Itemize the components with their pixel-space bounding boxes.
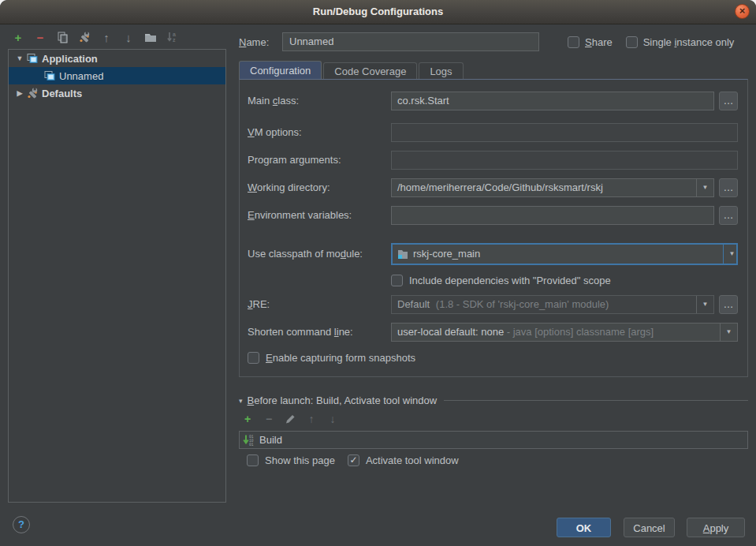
environment-variables-input[interactable]: [391, 206, 714, 225]
remove-configuration-button[interactable]: −: [34, 31, 47, 43]
move-up-button[interactable]: ↑: [100, 31, 113, 43]
before-launch-options: Show this page Activate tool window: [247, 454, 459, 466]
help-button[interactable]: ?: [13, 516, 30, 533]
before-launch-header[interactable]: ▾ Before launch: Build, Activate tool wi…: [239, 395, 748, 406]
create-folder-button[interactable]: [144, 31, 157, 43]
name-input[interactable]: Unnamed: [282, 32, 539, 51]
move-down-icon: ↓: [125, 31, 132, 44]
close-button[interactable]: ×: [735, 4, 750, 19]
jre-value: Default: [397, 298, 430, 310]
enable-capturing-option: Enable capturing form snapshots: [248, 351, 415, 364]
move-task-down-button[interactable]: ↓: [327, 413, 338, 424]
single-instance-label: Single instance only: [643, 36, 735, 48]
dropdown-arrow-icon[interactable]: ▼: [696, 296, 713, 313]
dropdown-arrow-icon[interactable]: ▼: [696, 179, 713, 196]
jre-browse-button[interactable]: …: [719, 295, 738, 314]
separator-line: [444, 400, 748, 401]
tree-item-application[interactable]: ▼ Application: [9, 50, 225, 67]
move-up-icon: ↑: [103, 31, 110, 44]
single-instance-checkbox[interactable]: [626, 36, 638, 48]
copy-configuration-button[interactable]: [56, 31, 69, 43]
program-arguments-label: Program arguments:: [248, 151, 341, 170]
add-icon: +: [244, 413, 251, 425]
tree-item-defaults[interactable]: ▶ Defaults: [9, 84, 225, 102]
show-this-page-label: Show this page: [265, 454, 335, 466]
compile-icon: 01 10 01: [243, 434, 255, 447]
remove-task-button[interactable]: −: [263, 413, 274, 424]
activate-tool-window-label: Activate tool window: [366, 454, 459, 466]
help-icon: ?: [18, 518, 24, 530]
share-label: Share: [585, 36, 613, 48]
shorten-value: user-local default: none: [397, 326, 504, 338]
edit-defaults-button[interactable]: [78, 31, 91, 43]
remove-icon: −: [37, 31, 44, 44]
vm-options-input[interactable]: [391, 123, 738, 142]
collapse-icon[interactable]: ▾: [239, 397, 243, 405]
wrench-icon: [78, 31, 91, 43]
share-option: Share: [568, 36, 613, 48]
application-icon: [26, 52, 39, 65]
move-up-icon: ↑: [309, 413, 315, 425]
shorten-value-detail: - java [options] classname [args]: [507, 326, 654, 338]
shorten-command-line-combobox[interactable]: user-local default: none - java [options…: [391, 323, 738, 342]
use-classpath-combobox[interactable]: rskj-core_main ▼: [391, 243, 738, 265]
jre-row: JRE: Default (1.8 - SDK of 'rskj-core_ma…: [240, 295, 747, 314]
cancel-button[interactable]: Cancel: [624, 518, 675, 537]
ok-button[interactable]: OK: [557, 518, 611, 537]
dropdown-arrow-icon[interactable]: ▼: [723, 245, 738, 264]
environment-variables-label: Environment variables:: [248, 206, 352, 225]
enable-capturing-label: Enable capturing form snapshots: [266, 352, 415, 364]
dropdown-arrow-icon[interactable]: ▼: [720, 323, 737, 341]
program-arguments-input[interactable]: [391, 151, 738, 170]
more-icon: …: [724, 181, 734, 193]
single-instance-option: Single instance only: [626, 36, 735, 48]
main-class-input[interactable]: co.rsk.Start: [391, 92, 714, 110]
edit-task-button[interactable]: [285, 413, 296, 424]
show-this-page-checkbox[interactable]: [247, 454, 259, 466]
working-directory-browse-button[interactable]: …: [719, 178, 738, 197]
tree-expanded-icon[interactable]: ▼: [13, 54, 26, 62]
working-directory-combobox[interactable]: /home/meriherrera/Code/Github/rsksmart/r…: [391, 178, 714, 197]
include-provided-checkbox[interactable]: [391, 275, 403, 286]
main-class-label: Main class:: [248, 92, 299, 110]
tab-logs[interactable]: Logs: [419, 62, 463, 80]
tab-configuration[interactable]: Configuration: [239, 61, 322, 80]
dialog-title: Run/Debug Configurations: [0, 0, 756, 24]
vm-options-label: VM options:: [248, 123, 302, 142]
tree-item-label: Defaults: [42, 88, 82, 99]
use-classpath-row: Use classpath of module: rskj-core_main …: [240, 243, 747, 265]
close-icon: ×: [739, 5, 746, 17]
add-configuration-button[interactable]: +: [12, 31, 24, 43]
configuration-panel: Main class: co.rsk.Start … VM options: P…: [239, 79, 748, 377]
remove-icon: −: [266, 413, 272, 425]
tree-collapsed-icon[interactable]: ▶: [13, 89, 26, 97]
tab-code-coverage[interactable]: Code Coverage: [323, 62, 417, 80]
before-launch-toolbar: + − ↑ ↓: [242, 413, 338, 424]
move-down-icon: ↓: [330, 413, 336, 425]
pencil-icon: [285, 413, 296, 424]
name-row: Name: Unnamed Share Single instance only: [239, 32, 734, 52]
vm-options-row: VM options:: [240, 123, 747, 142]
tree-item-unnamed[interactable]: Unnamed: [9, 67, 225, 84]
use-classpath-label: Use classpath of module:: [248, 243, 363, 265]
jre-combobox[interactable]: Default (1.8 - SDK of 'rskj-core_main' m…: [391, 295, 714, 314]
add-task-button[interactable]: +: [242, 413, 253, 424]
move-down-button[interactable]: ↓: [122, 31, 135, 43]
share-checkbox[interactable]: [568, 36, 579, 48]
activate-tool-window-checkbox[interactable]: [348, 454, 359, 466]
jre-label: JRE:: [248, 295, 270, 314]
tab-bar: Configuration Code Coverage Logs: [239, 61, 464, 80]
more-icon: …: [724, 209, 734, 221]
enable-capturing-checkbox[interactable]: [248, 352, 259, 364]
add-icon: +: [15, 31, 22, 44]
include-provided-option: Include dependencies with "Provided" sco…: [391, 274, 611, 286]
apply-button[interactable]: Apply: [687, 518, 745, 537]
environment-variables-browse-button[interactable]: …: [719, 206, 738, 225]
main-class-browse-button[interactable]: …: [719, 92, 738, 110]
move-task-up-button[interactable]: ↑: [306, 413, 317, 424]
title-bar: Run/Debug Configurations ×: [0, 0, 756, 24]
jre-value-detail: (1.8 - SDK of 'rskj-core_main' module): [436, 298, 609, 310]
sort-configurations-button[interactable]: a z: [166, 31, 179, 43]
task-label: Build: [259, 434, 282, 446]
before-launch-task-build[interactable]: 01 10 01 Build: [239, 431, 748, 449]
